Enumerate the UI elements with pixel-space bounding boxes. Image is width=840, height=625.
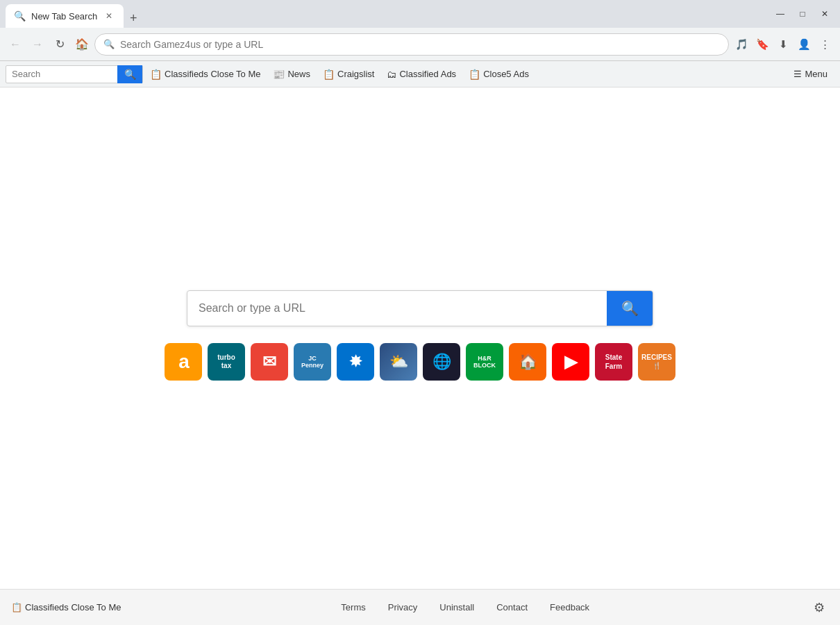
close-button[interactable]: ✕ xyxy=(815,4,834,24)
navbar-search-button[interactable]: 🔍 xyxy=(117,65,142,83)
quick-link-turbotax[interactable]: turbotax xyxy=(208,343,245,381)
news-icon: 📰 xyxy=(273,69,285,80)
back-button[interactable]: ← xyxy=(6,35,25,54)
menu-icon: ☰ xyxy=(793,69,802,79)
menu-button[interactable]: ☰ Menu xyxy=(787,65,834,83)
craigslist-label: Craigslist xyxy=(337,69,374,79)
address-lock-icon: 🔍 xyxy=(103,39,115,49)
toolbar-icons: 🎵 🔖 ⬇ 👤 ⋮ xyxy=(732,35,834,54)
bookmark-icon[interactable]: 🔖 xyxy=(753,35,772,54)
navbar-search[interactable]: 🔍 xyxy=(6,65,143,83)
footer-classifieds-icon: 📋 xyxy=(11,602,22,612)
settings-gear-button[interactable]: ⚙ xyxy=(809,598,829,617)
footer-terms-link[interactable]: Terms xyxy=(330,602,376,612)
address-input[interactable] xyxy=(120,39,720,50)
refresh-button[interactable]: ↻ xyxy=(50,35,69,54)
main-search-bar[interactable]: 🔍 xyxy=(187,290,653,326)
tab-area: 🔍 New Tab Search ✕ + xyxy=(6,0,768,28)
forward-button[interactable]: → xyxy=(28,35,47,54)
tab-favicon: 🔍 xyxy=(14,10,26,22)
quick-link-weather[interactable]: ⛅ xyxy=(380,343,417,381)
browser-addressbar: ← → ↻ 🏠 🔍 🎵 🔖 ⬇ 👤 ⋮ xyxy=(0,28,840,61)
window-controls: — □ ✕ xyxy=(771,4,834,24)
page-content: 🔍 a turbotax ✉ JCPenney ✸ xyxy=(0,88,840,625)
quick-link-homedepot[interactable]: 🏠 xyxy=(509,343,546,381)
center-search-area: 🔍 a turbotax ✉ JCPenney ✸ xyxy=(165,290,675,381)
profile-icon[interactable]: 👤 xyxy=(794,35,814,54)
classified-ads-icon: 🗂 xyxy=(387,69,396,80)
sidebar-item-close5-ads[interactable]: 📋 Close5 Ads xyxy=(463,65,535,83)
browser-titlebar: 🔍 New Tab Search ✕ + — □ ✕ xyxy=(0,0,840,28)
music-icon[interactable]: 🎵 xyxy=(732,35,751,54)
quick-link-hrblock[interactable]: H&RBLOCK xyxy=(466,343,503,381)
navbar-search-input[interactable] xyxy=(6,69,117,79)
classifieds-close-to-me-label: Classifieds Close To Me xyxy=(165,69,260,79)
footer-classifieds-label: Classifieds Close To Me xyxy=(25,602,121,612)
classified-ads-label: Classified Ads xyxy=(399,69,456,79)
main-search-button[interactable]: 🔍 xyxy=(607,290,653,326)
tab-close-button[interactable]: ✕ xyxy=(103,10,115,22)
close5-ads-icon: 📋 xyxy=(469,69,480,80)
quick-link-youtube[interactable]: ▶ xyxy=(552,343,589,381)
footer-contact-link[interactable]: Contact xyxy=(485,602,539,612)
browser-navbar: 🔍 📋 Classifieds Close To Me 📰 News 📋 Cra… xyxy=(0,61,840,88)
news-label: News xyxy=(287,69,310,79)
quick-link-gmail[interactable]: ✉ xyxy=(251,343,288,381)
close5-ads-label: Close5 Ads xyxy=(483,69,529,79)
main-search-input[interactable] xyxy=(187,302,607,315)
sidebar-item-news[interactable]: 📰 News xyxy=(267,65,316,83)
classifieds-close-to-me-icon: 📋 xyxy=(150,69,162,80)
sidebar-item-classifieds-close-to-me[interactable]: 📋 Classifieds Close To Me xyxy=(144,65,266,83)
quick-link-amazon[interactable]: a xyxy=(165,343,202,381)
footer-feedback-link[interactable]: Feedback xyxy=(539,602,600,612)
quick-link-recipes[interactable]: RECIPES🍴 xyxy=(638,343,675,381)
footer-uninstall-link[interactable]: Uninstall xyxy=(428,602,485,612)
sidebar-item-craigslist[interactable]: 📋 Craigslist xyxy=(317,65,380,83)
minimize-button[interactable]: — xyxy=(771,4,790,24)
address-bar[interactable]: 🔍 xyxy=(94,33,729,56)
download-icon[interactable]: ⬇ xyxy=(773,35,793,54)
craigslist-icon: 📋 xyxy=(323,69,335,80)
quick-link-walmart[interactable]: ✸ xyxy=(337,343,374,381)
quick-link-statefarm[interactable]: StateFarm xyxy=(595,343,632,381)
more-options-icon[interactable]: ⋮ xyxy=(815,35,834,54)
page-footer: 📋 Classifieds Close To Me Terms Privacy … xyxy=(0,589,840,625)
footer-links: Terms Privacy Uninstall Contact Feedback xyxy=(121,602,809,612)
footer-privacy-link[interactable]: Privacy xyxy=(377,602,429,612)
footer-right: ⚙ xyxy=(809,598,829,617)
menu-label: Menu xyxy=(805,69,828,79)
quick-links: a turbotax ✉ JCPenney ✸ ⛅ xyxy=(165,343,675,381)
home-button[interactable]: 🏠 xyxy=(72,35,92,54)
active-tab[interactable]: 🔍 New Tab Search ✕ xyxy=(6,4,124,28)
new-tab-button[interactable]: + xyxy=(124,8,143,28)
tab-title: New Tab Search xyxy=(31,11,97,22)
quick-link-news[interactable]: 🌐 xyxy=(423,343,460,381)
quick-link-jcpenney[interactable]: JCPenney xyxy=(294,343,331,381)
sidebar-item-classified-ads[interactable]: 🗂 Classified Ads xyxy=(381,65,462,83)
maximize-button[interactable]: □ xyxy=(793,4,812,24)
footer-classifieds[interactable]: 📋 Classifieds Close To Me xyxy=(11,602,121,612)
